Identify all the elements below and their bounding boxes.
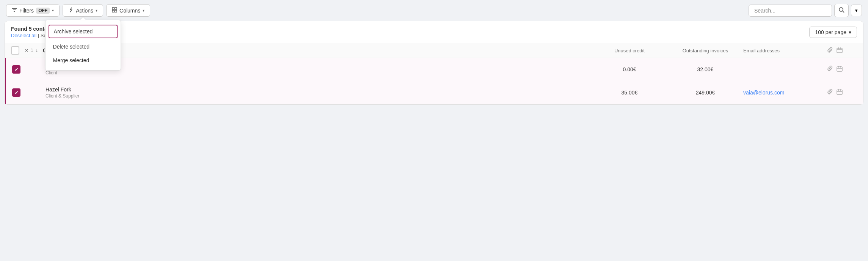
filters-label: Filters	[19, 8, 34, 14]
columns-label: Columns	[119, 8, 140, 14]
search-options-chevron-icon: ▾	[855, 8, 858, 13]
columns-button[interactable]: Columns ▾	[106, 4, 150, 17]
calendar-header-icon	[837, 47, 843, 54]
attachment-header-icon	[827, 47, 833, 54]
row2-action-icons	[827, 89, 857, 96]
actions-dropdown-menu: Archive selected Delete selected Merge s…	[45, 20, 121, 71]
main-content: Found 5 contacts Deselect all | Selected…	[5, 21, 863, 105]
col-contact-header: Contact	[40, 47, 592, 53]
delete-selected-item[interactable]: Delete selected	[46, 40, 121, 53]
svg-rect-17	[837, 90, 842, 94]
actions-dropdown-wrapper: Actions ▾ Archive selected Delete select…	[63, 4, 103, 17]
actions-bolt-icon	[68, 7, 74, 14]
merge-selected-item[interactable]: Merge selected	[46, 53, 121, 67]
svg-rect-5	[112, 10, 114, 12]
row2-contact-info: Hazel Fork Client & Supplier	[41, 86, 592, 99]
filters-badge: OFF	[36, 8, 50, 14]
contacts-table: ✕ 1 ↓ Contact Unused credit Outstanding …	[5, 43, 863, 104]
table-header-row: ✕ 1 ↓ Contact Unused credit Outstanding …	[5, 43, 863, 58]
svg-rect-13	[837, 67, 842, 71]
table-row: George B Client 0.00€ 32.00€	[5, 58, 863, 81]
search-input[interactable]	[749, 5, 832, 17]
row2-contact-name[interactable]: Hazel Fork	[46, 86, 592, 93]
row1-unused-credit: 0.00€	[592, 66, 667, 72]
select-all-checkbox[interactable]	[11, 46, 19, 55]
svg-rect-4	[115, 8, 117, 9]
filter-icon	[12, 7, 17, 14]
row1-contact-info: George B Client	[41, 63, 592, 75]
content-header: Found 5 contacts Deselect all | Selected…	[5, 21, 863, 43]
row2-attachment-icon[interactable]	[827, 89, 833, 96]
archive-selected-item[interactable]: Archive selected	[49, 25, 118, 38]
row1-action-icons	[827, 66, 857, 73]
table-row: Hazel Fork Client & Supplier 35.00€ 249.…	[5, 81, 863, 104]
deselect-all-link[interactable]: Deselect all	[11, 33, 36, 38]
svg-line-8	[843, 11, 844, 13]
toolbar: Filters OFF ▾ Actions ▾ Archive selected…	[0, 0, 868, 21]
search-area: ▾	[749, 4, 862, 17]
actions-button[interactable]: Actions ▾	[63, 4, 103, 17]
row2-outstanding-invoices: 249.00€	[667, 90, 743, 96]
row1-contact-type: Client	[46, 70, 592, 75]
select-all-checkbox-cell	[11, 46, 25, 55]
row2-checkbox-cell	[12, 88, 26, 97]
row1-calendar-icon[interactable]	[837, 66, 843, 73]
per-page-label: 100 per page	[815, 29, 846, 35]
columns-chevron-icon: ▾	[143, 8, 144, 13]
actions-label: Actions	[76, 8, 93, 14]
svg-rect-3	[112, 8, 114, 9]
filters-chevron-icon: ▾	[52, 8, 54, 13]
row2-checkbox[interactable]	[12, 88, 20, 97]
col-action-icons-header	[827, 47, 857, 54]
sort-x-icon[interactable]: ✕	[25, 48, 28, 53]
col-unused-credit-header: Unused credit	[592, 48, 667, 53]
sort-count: 1	[31, 48, 33, 53]
search-options-button[interactable]: ▾	[851, 5, 862, 16]
col-email-addresses-header: Email addresses	[743, 48, 827, 53]
row2-email: vaia@elorus.com	[743, 90, 827, 96]
actions-chevron-icon: ▾	[96, 8, 97, 13]
columns-grid-icon	[112, 7, 117, 14]
sort-arrow-icon[interactable]: ↓	[36, 48, 38, 53]
row1-checkbox-cell	[12, 65, 26, 74]
svg-rect-9	[837, 48, 842, 53]
row2-calendar-icon[interactable]	[837, 89, 843, 96]
svg-point-7	[839, 8, 843, 11]
row2-unused-credit: 35.00€	[592, 90, 667, 96]
filters-button[interactable]: Filters OFF ▾	[6, 4, 60, 17]
sort-controls: ✕ 1 ↓	[25, 48, 40, 53]
row2-email-link[interactable]: vaia@elorus.com	[743, 90, 784, 96]
row1-contact-name[interactable]: George B	[46, 63, 592, 69]
per-page-selector[interactable]: 100 per page ▾	[809, 27, 857, 38]
row1-attachment-icon[interactable]	[827, 66, 833, 73]
row1-outstanding-invoices: 32.00€	[667, 66, 743, 72]
search-button[interactable]	[834, 4, 849, 17]
search-icon	[838, 8, 844, 14]
row1-checkbox[interactable]	[12, 65, 20, 74]
row2-contact-type: Client & Supplier	[46, 93, 592, 99]
per-page-chevron-icon: ▾	[849, 29, 851, 35]
col-outstanding-invoices-header: Outstanding invoices	[667, 48, 743, 53]
svg-rect-6	[115, 10, 117, 12]
